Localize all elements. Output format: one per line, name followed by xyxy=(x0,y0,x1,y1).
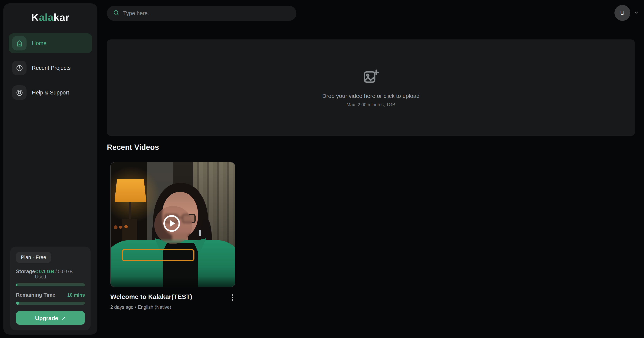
dropzone-title: Drop your video here or click to upload xyxy=(322,92,420,99)
arrow-up-right-icon: ↗ xyxy=(62,315,66,321)
kebab-menu-icon[interactable] xyxy=(230,293,236,302)
storage-progress-track xyxy=(16,283,85,286)
time-progress-track xyxy=(16,301,85,305)
video-card: Welcome to Kalakar(TEST) 2 days ago • En… xyxy=(110,162,236,310)
app-root: Kalakar Home Recent Projects Help & Supp… xyxy=(0,0,644,338)
sidebar-item-home[interactable]: Home xyxy=(9,33,92,53)
remaining-time-value: 10 mins xyxy=(67,292,85,298)
sidebar-item-label: Help & Support xyxy=(32,90,69,96)
subtitle-highlight-box xyxy=(122,249,194,261)
chevron-down-icon[interactable] xyxy=(634,10,639,16)
image-plus-icon xyxy=(362,68,380,87)
lamp-icon xyxy=(114,179,146,202)
sidebar-item-help-support[interactable]: Help & Support xyxy=(9,83,92,102)
life-buoy-icon xyxy=(12,85,26,100)
sidebar-item-label: Home xyxy=(32,40,46,46)
logo-text: Kalakar xyxy=(31,12,70,24)
remaining-time-row: Remaining Time 10 mins xyxy=(16,292,85,298)
play-button-icon[interactable] xyxy=(163,215,180,232)
user-area: U xyxy=(614,5,639,21)
sidebar: Kalakar Home Recent Projects Help & Supp… xyxy=(4,4,98,334)
upload-dropzone[interactable]: Drop your video here or click to upload … xyxy=(107,40,635,136)
video-meta: 2 days ago • English (Native) xyxy=(110,304,236,310)
plan-card: Plan - Free Storage < 0.1 GB / 5.0 GB Us… xyxy=(10,247,90,330)
plan-badge: Plan - Free xyxy=(16,252,51,263)
time-progress-fill xyxy=(16,301,19,305)
remaining-time-label: Remaining Time xyxy=(16,292,55,298)
upgrade-button[interactable]: Upgrade ↗ xyxy=(16,311,85,325)
storage-value: < 0.1 GB / 5.0 GB Used xyxy=(35,269,85,279)
sidebar-item-label: Recent Projects xyxy=(32,65,71,71)
storage-label: Storage xyxy=(16,269,35,274)
search-input[interactable] xyxy=(123,10,290,16)
sidebar-item-recent-projects[interactable]: Recent Projects xyxy=(9,58,92,78)
video-title: Welcome to Kalakar(TEST) xyxy=(110,293,192,301)
clock-icon xyxy=(12,61,26,75)
dropzone-limits: Max: 2:00 minutes, 1GB xyxy=(346,102,395,107)
home-icon xyxy=(12,36,26,51)
sidebar-nav: Home Recent Projects Help & Support xyxy=(4,33,98,102)
video-thumbnail[interactable] xyxy=(110,162,236,287)
recent-videos-heading: Recent Videos xyxy=(107,143,159,152)
search-bar[interactable] xyxy=(107,6,296,21)
main-content: U Drop your video here or click to uploa… xyxy=(107,0,644,338)
avatar[interactable]: U xyxy=(614,5,630,21)
search-icon xyxy=(113,9,120,17)
storage-progress-fill xyxy=(16,283,17,286)
app-logo: Kalakar xyxy=(4,4,98,33)
storage-row: Storage < 0.1 GB / 5.0 GB Used xyxy=(16,269,85,279)
